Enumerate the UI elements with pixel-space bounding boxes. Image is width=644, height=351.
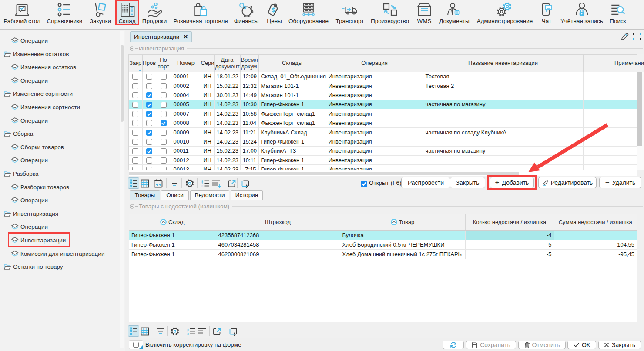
svg-text:$: $: [272, 6, 275, 13]
svg-text:3: 3: [201, 184, 203, 187]
svg-text:3: 3: [187, 332, 189, 335]
